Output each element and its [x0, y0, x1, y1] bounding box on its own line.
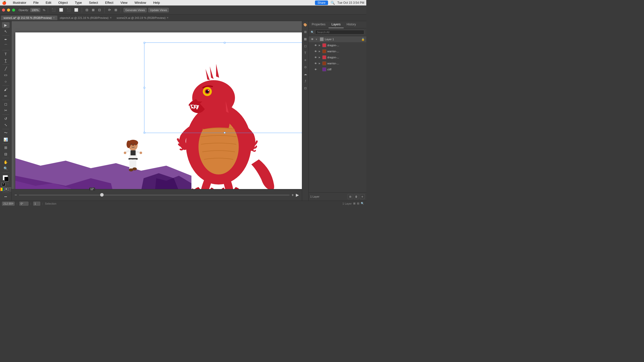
handle-middle-left[interactable]: [144, 87, 145, 88]
dragon2-expand[interactable]: ▶: [319, 56, 321, 59]
align-panel-icon[interactable]: ≡: [303, 57, 308, 63]
pen-tool[interactable]: ✒: [2, 37, 10, 42]
delete-layer-btn[interactable]: 🗑: [354, 194, 359, 199]
opacity-input[interactable]: [30, 8, 40, 12]
ellipse-tool[interactable]: ○: [2, 78, 10, 84]
swap-colors-btn[interactable]: ⇄: [2, 183, 5, 186]
menu-help[interactable]: Help: [152, 0, 162, 5]
color-panel-icon[interactable]: 🎨: [303, 22, 308, 28]
transform-btn[interactable]: ⟳: [107, 8, 112, 12]
layer-1-header[interactable]: 👁 ▼ Layer 1 🔒: [309, 36, 366, 42]
layer-dragon-1[interactable]: 👁 ▶ dragon-...: [309, 42, 366, 48]
layer-1-lock[interactable]: 🔒: [361, 37, 365, 41]
stroke-panel-icon[interactable]: ◻: [303, 43, 308, 49]
layer-warrior-2[interactable]: 👁 ▶ warrior-...: [309, 60, 366, 66]
type-touch-tool[interactable]: T̲: [2, 58, 10, 63]
apple-menu[interactable]: 🍎: [2, 1, 6, 5]
dragon1-expand[interactable]: ▶: [319, 44, 321, 47]
default-colors-btn[interactable]: ⬛: [6, 183, 10, 186]
type-panel-icon[interactable]: T: [303, 50, 308, 56]
menu-edit[interactable]: Edit: [44, 0, 53, 5]
menu-type[interactable]: Type: [73, 0, 83, 5]
arrange-btn-3[interactable]: ⬛: [66, 8, 72, 12]
rect-tool[interactable]: ▭: [2, 72, 10, 78]
canvas-area[interactable]: − 12° + ▶: [12, 21, 302, 201]
layer-dragon-2[interactable]: 👁 ▶ dragon-...: [309, 54, 366, 60]
align-btn-3[interactable]: ⊡: [97, 8, 102, 12]
handle-top-left[interactable]: [144, 42, 145, 43]
timeline-thumb[interactable]: [100, 193, 104, 197]
layer-1-expand[interactable]: ▼: [315, 38, 319, 41]
rotate-tool[interactable]: ↺: [2, 116, 10, 121]
graph-tool[interactable]: 📊: [2, 137, 10, 142]
warrior1-visibility[interactable]: 👁: [314, 49, 318, 53]
tab-layers[interactable]: Layers: [329, 21, 344, 28]
artboard-tool[interactable]: ⊞: [2, 145, 10, 150]
scale-tool[interactable]: ⤡: [2, 122, 10, 128]
warrior2-visibility[interactable]: 👁: [314, 61, 318, 65]
close-window-btn[interactable]: [2, 9, 5, 12]
dragon1-visibility[interactable]: 👁: [314, 43, 318, 47]
zoom-tool[interactable]: 🔍: [2, 166, 10, 171]
search-icon[interactable]: 🔍: [331, 1, 335, 5]
type-tool[interactable]: T: [2, 51, 10, 57]
generate-views-btn[interactable]: Generate Views: [124, 8, 147, 12]
tab-objectsx-close[interactable]: ✕: [110, 16, 112, 19]
dragon2-visibility[interactable]: 👁: [314, 55, 318, 59]
gradient-panel-icon[interactable]: ▦: [303, 36, 308, 42]
pathfinder-panel-icon[interactable]: ⊙: [303, 64, 308, 70]
align-btn-2[interactable]: ⊠: [91, 8, 96, 12]
timeline-expand-btn[interactable]: ▶: [296, 193, 299, 197]
tab-scene2x-close[interactable]: ✕: [167, 16, 169, 19]
distribute-btn[interactable]: ⊞: [113, 8, 118, 12]
layer-warrior-1[interactable]: 👁 ▶ warrior-...: [309, 48, 366, 54]
arrange-btn-1[interactable]: ⬛: [51, 8, 57, 12]
arrange-btn-4[interactable]: ⬜: [73, 8, 79, 12]
line-tool[interactable]: ╱: [2, 66, 10, 71]
maximize-window-btn[interactable]: [12, 9, 15, 12]
align-btn-1[interactable]: ⊟: [85, 8, 89, 12]
update-views-btn[interactable]: Update Views: [148, 8, 169, 12]
minimize-window-btn[interactable]: [7, 9, 10, 12]
warrior1-expand[interactable]: ▶: [319, 50, 321, 53]
menu-illustrator[interactable]: Illustrator: [11, 0, 28, 5]
tab-objectsx[interactable]: objectsX.ai @ 221.16 % (RGB/Preview) ✕: [57, 16, 114, 20]
eraser-tool[interactable]: ◻: [2, 101, 10, 107]
pencil-tool[interactable]: ✏: [2, 93, 10, 99]
make-mask-btn[interactable]: ⊞: [348, 194, 353, 199]
tab-history[interactable]: History: [344, 21, 359, 28]
menu-effect[interactable]: Effect: [104, 0, 115, 5]
stroke-color[interactable]: [4, 177, 9, 181]
add-layer-btn[interactable]: +: [360, 194, 365, 199]
menu-view[interactable]: View: [119, 0, 129, 5]
warrior2-expand[interactable]: ▶: [319, 62, 321, 65]
menu-object[interactable]: Object: [57, 0, 69, 5]
gradient-mode-btn[interactable]: ▦: [5, 188, 8, 191]
none-mode-btn[interactable]: ∅: [9, 188, 12, 191]
delete-layer-status-btn[interactable]: ⊟: [357, 202, 359, 205]
menu-window[interactable]: Window: [133, 0, 148, 5]
search-input[interactable]: [315, 30, 364, 34]
slice-tool[interactable]: ⊟: [2, 151, 10, 157]
selection-tool[interactable]: ▶: [2, 22, 10, 28]
tab-scene1-close[interactable]: ✕: [53, 16, 55, 19]
timeline-minus-btn[interactable]: −: [15, 193, 17, 197]
handle-bottom-left[interactable]: [144, 132, 145, 133]
cliff-visibility[interactable]: 👁: [314, 67, 318, 71]
zoom-input[interactable]: [2, 202, 15, 206]
warp-tool[interactable]: 〜: [2, 130, 10, 136]
direct-selection-tool[interactable]: ↖: [2, 28, 10, 34]
curvature-tool[interactable]: ⌒: [2, 43, 10, 49]
layer-cliff[interactable]: 👁 cliff: [309, 66, 366, 72]
color-mode-btn[interactable]: [0, 188, 4, 191]
timeline-track[interactable]: 12°: [19, 195, 289, 196]
more-tools-btn[interactable]: •••: [2, 194, 10, 200]
menu-select[interactable]: Select: [88, 0, 100, 5]
zoom-in-status-btn[interactable]: 🔍: [361, 202, 364, 205]
share-button[interactable]: Share: [315, 1, 328, 5]
add-layer-status-btn[interactable]: ⊞: [353, 202, 355, 205]
menu-file[interactable]: File: [32, 0, 40, 5]
tab-scene2x[interactable]: scene2X.ai @ 243.19 % (RGB/Preview) ✕: [114, 16, 171, 20]
asset-export-icon[interactable]: ⤴: [303, 78, 308, 84]
page-input[interactable]: [33, 202, 40, 206]
